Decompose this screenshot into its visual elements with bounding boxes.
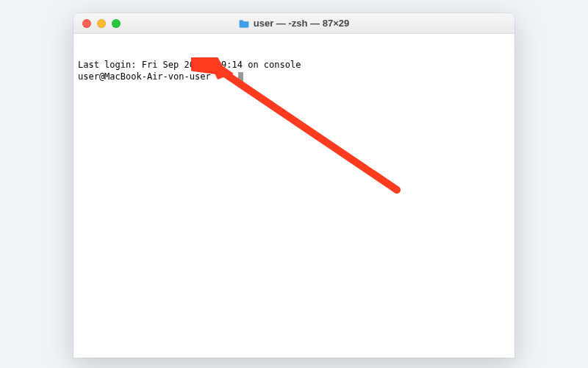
prompt-text: user@MacBook-Air-von-user ~ % [78, 71, 237, 82]
titlebar: user — -zsh — 87×29 [74, 13, 514, 34]
terminal-body[interactable]: Last login: Fri Sep 20 16:09:14 on conso… [74, 34, 514, 358]
last-login-line: Last login: Fri Sep 20 16:09:14 on conso… [78, 60, 510, 71]
cursor-icon [238, 72, 243, 82]
home-folder-icon [239, 19, 249, 28]
traffic-lights [74, 19, 121, 28]
minimize-icon[interactable] [97, 19, 106, 28]
svg-line-0 [216, 68, 397, 190]
window-title: user — -zsh — 87×29 [254, 18, 349, 29]
maximize-icon[interactable] [112, 19, 121, 28]
close-icon[interactable] [82, 19, 91, 28]
prompt-line: user@MacBook-Air-von-user ~ % [78, 71, 510, 83]
window-title-wrap: user — -zsh — 87×29 [239, 18, 349, 29]
terminal-window: user — -zsh — 87×29 Last login: Fri Sep … [74, 13, 514, 358]
